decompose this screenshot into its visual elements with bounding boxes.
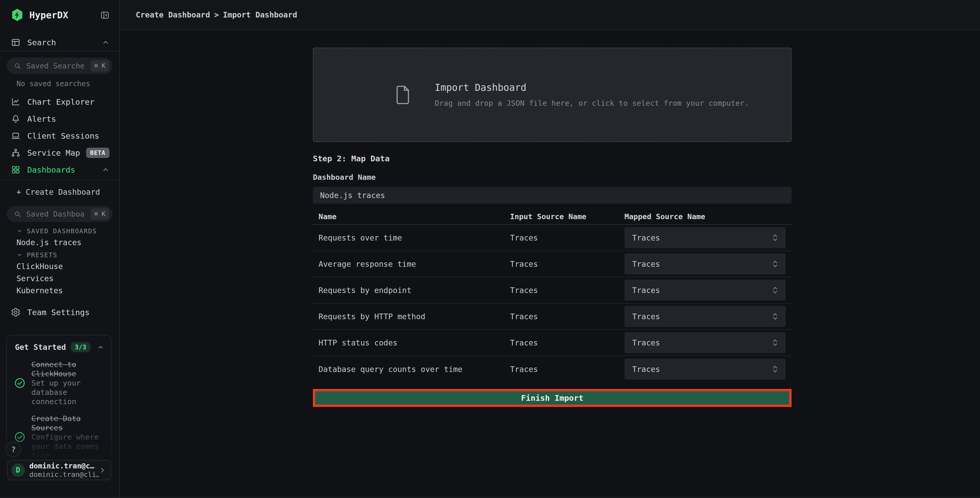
breadcrumb-create-dashboard[interactable]: Create Dashboard xyxy=(136,10,210,19)
check-circle-icon xyxy=(14,377,26,389)
sidebar-item-label: Dashboards xyxy=(27,165,102,174)
sidebar-item-label: Alerts xyxy=(27,114,110,123)
saved-dashboards-section-header[interactable]: SAVED DASHBOARDS xyxy=(0,226,119,236)
sidebar-item-chart-explorer[interactable]: Chart Explorer xyxy=(0,93,119,110)
create-dashboard-button[interactable]: + Create Dashboard xyxy=(0,184,119,200)
column-header-input-source: Input Source Name xyxy=(510,212,624,221)
section-title: PRESETS xyxy=(27,251,57,259)
select-chevrons-icon xyxy=(770,233,780,243)
sidebar-collapse-button[interactable] xyxy=(100,10,110,20)
sidebar-preset-services[interactable]: Services xyxy=(0,272,119,284)
gear-icon xyxy=(11,307,21,317)
line-chart-icon xyxy=(11,97,21,107)
service-map-icon xyxy=(11,148,21,158)
get-started-item-sources[interactable]: Create Data Sources Configure where your… xyxy=(7,406,111,458)
select-chevrons-icon xyxy=(770,259,780,269)
sidebar-preset-clickhouse[interactable]: ClickHouse xyxy=(0,260,119,272)
chevron-up-icon xyxy=(102,166,110,174)
json-dropzone[interactable]: Import Dashboard Drag and drop a JSON fi… xyxy=(313,48,792,142)
shortcut-badge: ⌘ K xyxy=(91,208,109,220)
task-title: Connect to ClickHouse xyxy=(31,360,106,378)
task-title: Create Data Sources xyxy=(31,414,106,433)
chart-name: Requests by HTTP method xyxy=(318,312,510,321)
table-row: Requests over time Traces Traces xyxy=(313,225,792,251)
sidebar-item-team-settings[interactable]: Team Settings xyxy=(0,304,119,321)
breadcrumb-import-dashboard[interactable]: Import Dashboard xyxy=(223,10,297,19)
user-email: dominic.tran@cli… xyxy=(29,470,99,479)
select-chevrons-icon xyxy=(770,338,780,348)
select-chevrons-icon xyxy=(770,311,780,321)
saved-dashboards-search[interactable]: ⌘ K xyxy=(7,206,113,222)
dashboard-name-label: Dashboard Name xyxy=(313,173,792,182)
column-header-mapped-source: Mapped Source Name xyxy=(624,212,792,221)
user-name: dominic.tran@c… xyxy=(29,462,99,470)
window-bottom-edge xyxy=(0,497,980,498)
no-saved-searches-note: No saved searches xyxy=(0,77,119,90)
presets-section-header[interactable]: PRESETS xyxy=(0,249,119,260)
panel-collapse-icon xyxy=(100,10,110,20)
input-source: Traces xyxy=(510,286,624,295)
get-started-card: Get Started 3/3 Connect to ClickHouse Se… xyxy=(6,335,111,458)
saved-dashboards-input[interactable] xyxy=(26,210,85,219)
sidebar-item-search[interactable]: Search xyxy=(0,34,119,51)
select-chevrons-icon xyxy=(770,285,780,295)
task-subtitle: Configure where your data comes from xyxy=(31,433,106,458)
sidebar-item-client-sessions[interactable]: Client Sessions xyxy=(0,127,119,144)
breadcrumb[interactable]: Create Dashboard > Import Dashboard xyxy=(136,10,297,19)
saved-searches-search[interactable]: ⌘ K xyxy=(7,57,113,74)
input-source: Traces xyxy=(510,312,624,321)
mapped-source-select[interactable]: Traces xyxy=(624,359,786,380)
sidebar-dashboard-nodejs-traces[interactable]: Node.js traces xyxy=(0,236,119,249)
select-chevrons-icon xyxy=(770,364,780,374)
progress-badge: 3/3 xyxy=(71,342,91,352)
input-source: Traces xyxy=(510,365,624,374)
user-profile-card[interactable]: D dominic.tran@c… dominic.tran@cli… xyxy=(7,460,111,480)
mapped-source-select[interactable]: Traces xyxy=(624,253,786,275)
chart-name: Requests over time xyxy=(318,233,510,242)
sidebar-nav: Chart Explorer Alerts Client Sessions xyxy=(0,93,119,178)
table-icon xyxy=(11,38,21,47)
main-area: Create Dashboard > Import Dashboard Impo… xyxy=(120,0,980,498)
sidebar-preset-kubernetes[interactable]: Kubernetes xyxy=(0,284,119,297)
sidebar-item-label: Chart Explorer xyxy=(27,97,110,107)
bell-icon xyxy=(11,114,21,124)
top-bar: Create Dashboard > Import Dashboard xyxy=(120,0,980,30)
sidebar: HyperDX Search ⌘ K xyxy=(0,0,120,498)
mapped-source-select[interactable]: Traces xyxy=(624,279,786,301)
divider xyxy=(0,51,119,51)
table-row: Average response time Traces Traces xyxy=(313,251,792,277)
file-icon xyxy=(395,85,411,105)
import-content: Import Dashboard Drag and drop a JSON fi… xyxy=(313,30,792,407)
logo-row: HyperDX xyxy=(0,0,119,30)
dashboard-name-input[interactable] xyxy=(313,187,792,204)
input-source: Traces xyxy=(510,338,624,347)
chart-name: Database query counts over time xyxy=(318,365,510,374)
mapped-source-select[interactable]: Traces xyxy=(624,332,786,353)
get-started-header[interactable]: Get Started 3/3 xyxy=(7,335,111,352)
chevron-right-icon xyxy=(99,467,106,474)
sidebar-item-label: Client Sessions xyxy=(27,131,110,140)
sidebar-item-service-map[interactable]: Service Map BETA xyxy=(0,144,119,161)
finish-import-button[interactable]: Finish Import xyxy=(313,389,792,407)
question-mark-icon: ? xyxy=(11,445,16,454)
help-button[interactable]: ? xyxy=(6,442,21,457)
column-header-name: Name xyxy=(318,212,510,221)
saved-searches-input[interactable] xyxy=(26,61,85,70)
breadcrumb-separator: > xyxy=(214,10,219,19)
mapped-source-select[interactable]: Traces xyxy=(624,306,786,327)
shortcut-badge: ⌘ K xyxy=(91,60,109,72)
divider xyxy=(0,180,119,180)
sidebar-item-dashboards[interactable]: Dashboards xyxy=(0,161,119,178)
sidebar-item-alerts[interactable]: Alerts xyxy=(0,110,119,127)
input-source: Traces xyxy=(510,233,624,242)
mapped-source-select[interactable]: Traces xyxy=(624,227,786,248)
table-row: Requests by HTTP method Traces Traces xyxy=(313,303,792,330)
chevron-up-icon xyxy=(102,38,110,46)
finish-import-label: Finish Import xyxy=(521,393,584,402)
sidebar-item-label: Service Map xyxy=(27,148,86,157)
get-started-title: Get Started xyxy=(15,343,66,352)
search-icon xyxy=(13,210,22,218)
get-started-item-connect[interactable]: Connect to ClickHouse Set up your databa… xyxy=(7,352,111,406)
plus-icon: + xyxy=(16,188,21,196)
chevron-up-icon xyxy=(97,344,104,351)
